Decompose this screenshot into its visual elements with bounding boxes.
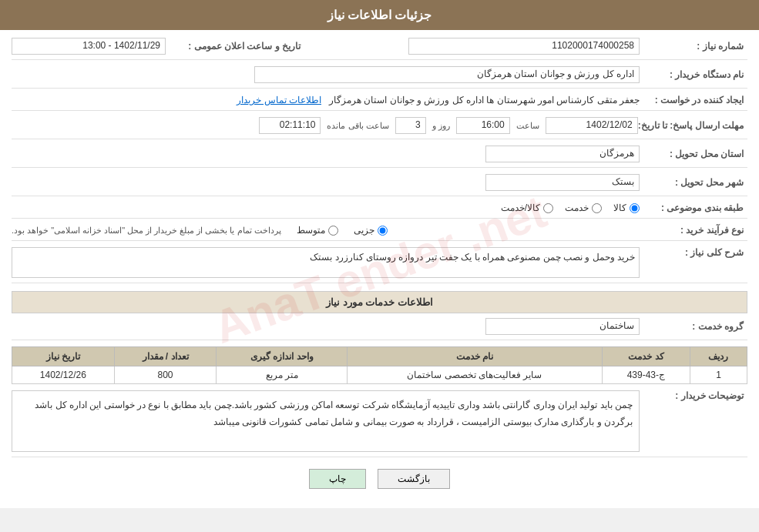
process-jozei-option[interactable]: جزیی [354, 225, 388, 236]
send-deadline-label: مهلت ارسال پاسخ: تا تاریخ: [638, 120, 747, 131]
creator-value: جعفر متقی کارشناس امور شهرستان ها اداره … [329, 95, 640, 105]
need-summary-row: شرح کلی نیاز : خرید وحمل و نصب چمن مصنوع… [12, 247, 747, 283]
category-kala-khedmat-radio[interactable] [543, 203, 553, 213]
time-label: ساعت [516, 121, 539, 131]
city-label: شهر محل تحویل : [640, 177, 747, 188]
province-row: استان محل تحویل : هرمزگان [12, 146, 747, 168]
need-number-label: شماره نیاز : [640, 41, 747, 52]
col-name: نام خدمت [348, 347, 603, 366]
remaining-value: 02:11:10 [259, 117, 321, 134]
category-label: طبقه بندی موضوعی : [640, 202, 747, 213]
process-description: پرداخت تمام یا بخشی از مبلغ خریدار از مح… [12, 226, 281, 236]
service-group-value: ساختمان [485, 318, 640, 335]
buyer-org-value: اداره کل ورزش و جوانان استان هرمزگان [254, 66, 640, 83]
category-khedmat-option[interactable]: خدمت [565, 202, 602, 213]
print-button[interactable]: چاپ [309, 469, 366, 489]
table-cell-date: 1402/12/26 [12, 366, 115, 384]
need-number-value: 1102000174000258 [408, 38, 640, 55]
process-row: نوع فرآیند خرید : پرداخت تمام یا بخشی از… [12, 225, 747, 241]
public-datetime-label: تاریخ و ساعت اعلان عمومی : [166, 41, 304, 52]
buyer-org-row: نام دستگاه خریدار : اداره کل ورزش و جوان… [12, 66, 747, 89]
table-row: 1ج-43-439سایر فعالیت‌های تخصصی ساختمانمت… [12, 366, 747, 384]
buyer-notes-value: چمن باید تولید ایران وداری گارانتی باشد … [12, 390, 640, 452]
send-deadline-row: مهلت ارسال پاسخ: تا تاریخ: 1402/12/02 سا… [12, 117, 747, 139]
service-group-label: گروه خدمت : [640, 321, 747, 332]
day-label: روز و [432, 121, 450, 131]
table-cell-code: ج-43-439 [602, 366, 690, 384]
page-header: جزئیات اطلاعات نیاز [0, 0, 759, 30]
contact-link[interactable]: اطلاعات تماس خریدار [237, 95, 321, 105]
process-motovaset-label: متوسط [297, 225, 325, 236]
buyer-notes-label: توضیحات خریدار : [640, 390, 747, 401]
service-group-row: گروه خدمت : ساختمان [12, 318, 747, 340]
category-kala-khedmat-label: کالا/خدمت [501, 202, 540, 213]
col-date: تاریخ نیاز [12, 347, 115, 366]
category-row: طبقه بندی موضوعی : کالا/خدمت خدمت کالا [12, 202, 747, 219]
need-summary-value: خرید وحمل و نصب چمن مصنوعی همراه با یک ج… [12, 247, 640, 278]
process-label: نوع فرآیند خرید : [640, 225, 747, 236]
button-row: بازگشت چاپ [12, 469, 747, 489]
creator-label: ایجاد کننده در خواست : [640, 95, 747, 105]
table-cell-unit: متر مربع [217, 366, 348, 384]
process-jozei-label: جزیی [354, 225, 374, 236]
day-value: 3 [395, 117, 426, 134]
table-cell-name: سایر فعالیت‌های تخصصی ساختمان [348, 366, 603, 384]
buyer-org-label: نام دستگاه خریدار : [640, 69, 747, 80]
remaining-label: ساعت باقی مانده [327, 121, 388, 131]
time-value: 16:00 [456, 117, 510, 134]
buyer-notes-row: توضیحات خریدار : چمن باید تولید ایران ود… [12, 390, 747, 457]
need-summary-label: شرح کلی نیاز : [640, 247, 747, 258]
category-khedmat-label: خدمت [565, 202, 589, 213]
services-section-header: اطلاعات خدمات مورد نیاز [12, 291, 747, 313]
col-code: کد خدمت [602, 347, 690, 366]
table-cell-quantity: 800 [114, 366, 217, 384]
category-kala-option[interactable]: کالا [613, 202, 640, 213]
services-table: ردیف کد خدمت نام خدمت واحد اندازه گیری ت… [12, 346, 747, 384]
category-kala-khedmat-option[interactable]: کالا/خدمت [501, 202, 553, 213]
process-motovaset-radio[interactable] [328, 226, 338, 236]
col-unit: واحد اندازه گیری [217, 347, 348, 366]
city-value: بستک [485, 174, 640, 191]
province-label: استان محل تحویل : [640, 149, 747, 159]
col-row: ردیف [690, 347, 747, 366]
back-button[interactable]: بازگشت [378, 469, 450, 489]
creator-row: ایجاد کننده در خواست : جعفر متقی کارشناس… [12, 95, 747, 111]
process-motovaset-option[interactable]: متوسط [297, 225, 338, 236]
col-quantity: تعداد / مقدار [114, 347, 217, 366]
process-jozei-radio[interactable] [378, 226, 388, 236]
city-row: شهر محل تحویل : بستک [12, 174, 747, 196]
table-cell-row: 1 [690, 366, 747, 384]
page-title: جزئیات اطلاعات نیاز [327, 8, 432, 22]
public-datetime-value: 1402/11/29 - 13:00 [12, 38, 166, 55]
category-khedmat-radio[interactable] [592, 203, 602, 213]
province-value: هرمزگان [485, 146, 640, 162]
category-kala-label: کالا [613, 202, 626, 213]
need-number-row: شماره نیاز : 1102000174000258 تاریخ و سا… [12, 38, 747, 60]
category-kala-radio[interactable] [630, 203, 640, 213]
date-value: 1402/12/02 [546, 117, 638, 134]
services-table-section: ردیف کد خدمت نام خدمت واحد اندازه گیری ت… [12, 346, 747, 384]
